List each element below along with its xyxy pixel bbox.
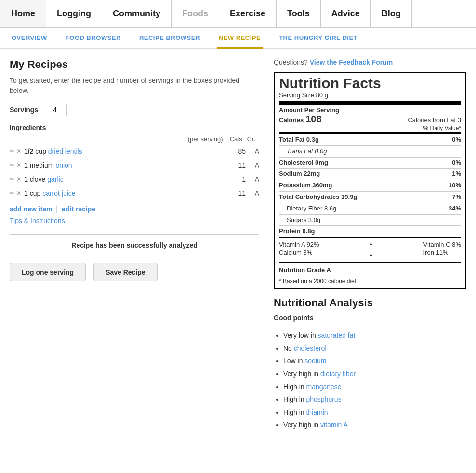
add-new-item-link[interactable]: add new item	[10, 205, 53, 213]
na-link-6[interactable]: thiamin	[306, 408, 328, 416]
na-link-4[interactable]: manganese	[306, 383, 341, 391]
ingredient-row-3: ✏ ✕ 1 cup carrot juice 11 A	[10, 186, 259, 200]
ingredient-cals-1: 11	[226, 161, 246, 169]
nav-exercise[interactable]: Exercise	[219, 0, 277, 27]
nf-row-pct-3: 1%	[452, 169, 461, 179]
na-good-point-6: High in thiamin	[283, 406, 466, 419]
nf-serving-size: Serving Size 80 g	[279, 92, 461, 99]
nav-community[interactable]: Community	[102, 0, 172, 27]
nf-vitamins-right: Vitamin C 8% Iron 11%	[423, 241, 461, 259]
na-good-point-1: No cholesterol	[283, 342, 466, 355]
ingredient-text-2: 1 clove garlic	[24, 175, 226, 183]
nf-row-0: Total Fat 0.3g 0%	[279, 135, 461, 145]
na-link-0[interactable]: saturated fat	[318, 331, 356, 339]
ingredient-gr-0: A	[250, 147, 259, 155]
subnav-recipe-browser[interactable]: Recipe Browser	[137, 28, 202, 49]
nf-vitamins-left: Vitamin A 92% Calcium 3%	[279, 241, 319, 259]
subnav-food-browser[interactable]: Food Browser	[64, 28, 123, 49]
feedback-forum-link[interactable]: View the Feedback Forum	[310, 58, 393, 66]
nav-foods[interactable]: Foods	[172, 0, 219, 27]
na-link-2[interactable]: sodium	[304, 357, 326, 365]
edit-icon-3[interactable]: ✏	[10, 190, 14, 197]
na-good-points-label: Good points	[274, 314, 466, 322]
log-serving-button[interactable]: Log one serving	[10, 263, 86, 281]
subnav-new-recipe[interactable]: New Recipe	[217, 28, 263, 49]
edit-icon-0[interactable]: ✏	[10, 148, 14, 155]
ingredient-name-link-2[interactable]: garlic	[47, 175, 63, 183]
ingredients-header: (per serving) Cals Gr.	[10, 135, 259, 143]
page-title: My Recipes	[10, 58, 259, 71]
na-title: Nutritional Analysis	[274, 297, 466, 309]
nf-row-5: Total Carbohydrates 19.9g 7%	[279, 192, 461, 202]
ingredient-text-1: 1 medium onion	[24, 161, 226, 169]
ingredient-text-3: 1 cup carrot juice	[24, 189, 226, 197]
subnav-overview[interactable]: Overview	[10, 28, 49, 49]
na-link-1[interactable]: cholesterol	[294, 344, 327, 352]
separator: |	[56, 205, 58, 213]
nf-rows: Total Fat 0.3g 0% Trans Fat 0.0g Cholest…	[279, 135, 461, 236]
remove-icon-0[interactable]: ✕	[16, 148, 21, 155]
ingredient-name-link-1[interactable]: onion	[55, 161, 72, 169]
subnav-hungry-girl[interactable]: The Hungry Girl Diet	[277, 28, 359, 49]
nf-row-label-7: Sugars 3.0g	[287, 215, 320, 225]
right-column: Questions? View the Feedback Forum Nutri…	[274, 58, 466, 432]
tips-instructions-link[interactable]: Tips & Instructions	[10, 217, 65, 224]
nav-tools[interactable]: Tools	[277, 0, 321, 27]
na-link-7[interactable]: vitamin A	[320, 421, 348, 429]
nav-home[interactable]: Home	[0, 0, 46, 27]
ingredient-cals-2: 1	[226, 175, 246, 183]
nav-logging[interactable]: Logging	[46, 0, 102, 27]
nf-title: Nutrition Facts	[279, 76, 461, 91]
gr-header: Gr.	[247, 135, 255, 143]
nf-row-label-5: Total Carbohydrates 19.9g	[279, 192, 357, 202]
na-link-3[interactable]: dietary fiber	[320, 370, 356, 378]
remove-icon-3[interactable]: ✕	[16, 190, 21, 197]
nf-row-pct-5: 7%	[452, 192, 461, 202]
nf-vitamins: Vitamin A 92% Calcium 3% •• Vitamin C 8%…	[279, 239, 461, 261]
servings-input[interactable]	[43, 104, 67, 116]
ingredient-qty-2: 1	[24, 175, 28, 183]
servings-label: Servings	[10, 106, 38, 114]
ingredient-name-link-3[interactable]: carrot juice	[42, 189, 75, 197]
edit-recipe-link[interactable]: edit recipe	[62, 205, 95, 213]
remove-icon-1[interactable]: ✕	[16, 162, 21, 169]
nf-row-label-6: Dietary Fiber 8.6g	[287, 204, 336, 214]
edit-icon-1[interactable]: ✏	[10, 162, 14, 169]
ingredient-qty-1: 1	[24, 161, 28, 169]
nf-calories-from-fat: Calories from Fat 3	[408, 117, 461, 124]
nf-row-pct-2: 0%	[452, 158, 461, 168]
nf-row-pct-0: 0%	[452, 135, 461, 145]
nf-row-6: Dietary Fiber 8.6g 34%	[279, 204, 461, 214]
na-link-5[interactable]: phosphorus	[306, 395, 341, 403]
nf-dv-header: % Daily Value*	[279, 125, 461, 131]
ingredient-icons-1: ✏ ✕	[10, 162, 21, 169]
nf-row-pct-4: 10%	[449, 181, 461, 191]
main-content: My Recipes To get started, enter the rec…	[0, 49, 476, 441]
nf-row-7: Sugars 3.0g	[279, 215, 461, 225]
ingredient-cals-0: 85	[226, 147, 246, 155]
description-text: To get started, enter the recipe and num…	[10, 76, 259, 96]
na-good-point-0: Very low in saturated fat	[283, 329, 466, 342]
ingredient-icons-2: ✏ ✕	[10, 176, 21, 183]
nf-row-label-8: Protein 6.8g	[279, 226, 315, 236]
nf-calories-label: Calories	[279, 117, 304, 124]
ingredient-name-link-0[interactable]: dried lentils	[48, 147, 82, 155]
top-nav: Home Logging Community Foods Exercise To…	[0, 0, 476, 28]
servings-row: Servings	[10, 104, 259, 116]
nf-row-1: Trans Fat 0.0g	[279, 146, 461, 157]
questions-text: Questions? View the Feedback Forum	[274, 58, 466, 66]
sub-nav: Overview Food Browser Recipe Browser New…	[0, 28, 476, 49]
ingredient-row-0: ✏ ✕ 1/2 cup dried lentils 85 A	[10, 145, 259, 158]
remove-icon-2[interactable]: ✕	[16, 176, 21, 183]
nf-row-pct-6: 34%	[449, 204, 461, 214]
analysis-message: Recipe has been successfully analyzed	[71, 241, 197, 249]
nf-row-2: Cholesterol 0mg 0%	[279, 158, 461, 168]
save-recipe-button[interactable]: Save Recipe	[93, 263, 158, 281]
nav-advice[interactable]: Advice	[321, 0, 371, 27]
edit-icon-2[interactable]: ✏	[10, 176, 14, 183]
nutritional-analysis: Nutritional Analysis Good points Very lo…	[274, 297, 466, 432]
nf-row-label-1: Trans Fat 0.0g	[287, 146, 327, 157]
na-good-point-4: High in manganese	[283, 381, 466, 394]
buttons-row: Log one serving Save Recipe	[10, 263, 259, 281]
nav-blog[interactable]: Blog	[371, 0, 412, 27]
